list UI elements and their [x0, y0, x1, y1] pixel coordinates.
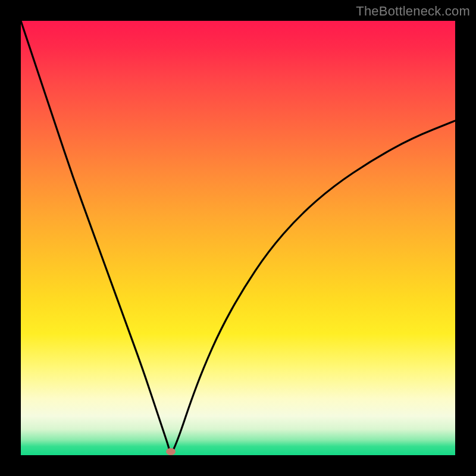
- chart-frame: TheBottleneck.com: [0, 0, 476, 476]
- bottleneck-curve: [21, 21, 455, 455]
- watermark-text: TheBottleneck.com: [356, 4, 470, 19]
- optimal-point-marker: [166, 448, 176, 455]
- plot-area: [21, 21, 455, 455]
